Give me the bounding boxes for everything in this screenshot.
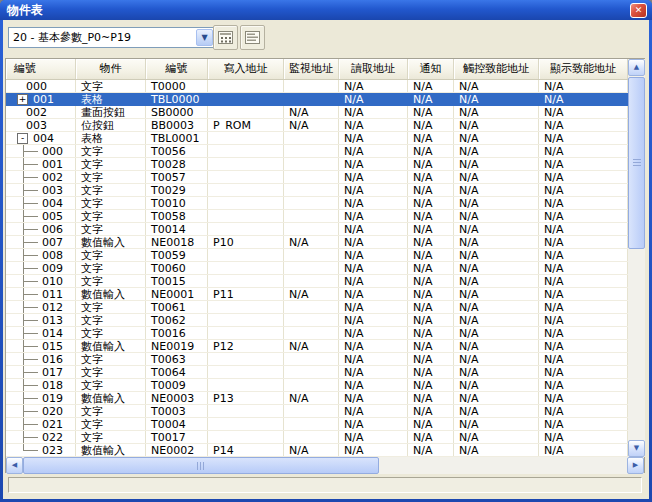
vertical-scroll-thumb[interactable] [628, 77, 645, 249]
cell-monitor [284, 249, 339, 261]
table-row[interactable]: 011數值輸入NE0001P11N/AN/AN/AN/AN/A [6, 288, 628, 301]
cell-read: N/A [339, 418, 408, 430]
cell-display: N/A [539, 145, 628, 157]
table-row[interactable]: 012文字T0061N/AN/AN/AN/A [6, 301, 628, 314]
chevron-down-icon[interactable]: ▼ [196, 29, 213, 46]
table-row[interactable]: 001文字T0028N/AN/AN/AN/A [6, 158, 628, 171]
cell-touch: N/A [454, 197, 539, 209]
cell-code: TBL0001 [146, 132, 208, 144]
table-row[interactable]: 016文字T0063N/AN/AN/AN/A [6, 353, 628, 366]
tree-line [23, 281, 38, 282]
table-row[interactable]: 010文字T0015N/AN/AN/AN/A [6, 275, 628, 288]
column-header[interactable]: 讀取地址 [339, 59, 408, 79]
title-bar[interactable]: 物件表 ✕ [0, 0, 652, 20]
table-row[interactable]: 022文字T0017N/AN/AN/AN/A [6, 431, 628, 444]
cell-object: 位按鈕 [76, 119, 146, 131]
scroll-down-icon[interactable]: ▼ [628, 440, 645, 457]
row-id-cell: +001 [6, 93, 76, 105]
table-row[interactable]: 002文字T0057N/AN/AN/AN/A [6, 171, 628, 184]
expand-icon[interactable]: + [17, 94, 28, 105]
table-row[interactable]: 018文字T0009N/AN/AN/AN/A [6, 379, 628, 392]
row-id: 001 [42, 159, 63, 170]
table-row[interactable]: 000文字T0056N/AN/AN/AN/A [6, 145, 628, 158]
row-id-cell: 014 [6, 327, 76, 339]
table-row[interactable]: 005文字T0058N/AN/AN/AN/A [6, 210, 628, 223]
cell-touch: N/A [454, 275, 539, 287]
table-row[interactable]: 002畫面按鈕SB0000N/AN/AN/AN/AN/A [6, 106, 628, 119]
column-header[interactable]: 通知 [408, 59, 454, 79]
scroll-up-icon[interactable]: ▲ [628, 59, 645, 76]
horizontal-scroll-thumb[interactable] [23, 457, 379, 474]
table-row[interactable]: 006文字T0014N/AN/AN/AN/A [6, 223, 628, 236]
table-row[interactable]: 019數值輸入NE0003P13N/AN/AN/AN/AN/A [6, 392, 628, 405]
close-icon[interactable]: ✕ [630, 3, 647, 18]
tree-line [23, 268, 38, 269]
column-header[interactable]: 編號 [6, 59, 76, 79]
cell-display: N/A [539, 171, 628, 183]
column-header[interactable]: 寫入地址 [208, 59, 284, 79]
collapse-icon[interactable]: - [17, 133, 28, 144]
table-row[interactable]: 000文字T0000N/AN/AN/AN/A [6, 80, 628, 93]
tree-line [23, 216, 38, 217]
cell-write: P11 [208, 288, 284, 300]
cell-code: NE0002 [146, 444, 208, 456]
cell-notify: N/A [408, 288, 454, 300]
cell-notify: N/A [408, 301, 454, 313]
cell-code: T0058 [146, 210, 208, 222]
cell-touch: N/A [454, 379, 539, 391]
tree-line [23, 242, 38, 243]
cell-object: 表格 [76, 93, 146, 105]
table-row[interactable]: 014文字T0016N/AN/AN/AN/A [6, 327, 628, 340]
table-row[interactable]: 003位按鈕BB0003P_ROMN/AN/AN/AN/AN/A [6, 119, 628, 132]
cell-monitor: N/A [284, 288, 339, 300]
table-row[interactable]: 007數值輸入NE0018P10N/AN/AN/AN/AN/A [6, 236, 628, 249]
cell-monitor [284, 379, 339, 391]
tree-line [23, 359, 38, 360]
cell-notify: N/A [408, 405, 454, 417]
column-header[interactable]: 監視地址 [284, 59, 339, 79]
scroll-left-icon[interactable]: ◀ [6, 457, 23, 474]
table-row[interactable]: 021文字T0004N/AN/AN/AN/A [6, 418, 628, 431]
row-id: 003 [42, 185, 63, 196]
row-id-cell: 006 [6, 223, 76, 235]
table-row[interactable]: +001表格TBL0000N/AN/AN/AN/A [6, 93, 628, 106]
row-id-cell: 020 [6, 405, 76, 417]
object-table-window: 物件表 ✕ 20 - 基本參數_P0~P19 ▼ 編號物件編號寫入 [0, 0, 652, 502]
table-row[interactable]: 003文字T0029N/AN/AN/AN/A [6, 184, 628, 197]
column-header[interactable]: 顯示致能地址 [539, 59, 628, 79]
cell-monitor [284, 184, 339, 196]
row-id-cell: 017 [6, 366, 76, 378]
table-row[interactable]: 009文字T0060N/AN/AN/AN/A [6, 262, 628, 275]
vertical-scrollbar[interactable]: ▲ ▼ [628, 59, 645, 457]
column-header[interactable]: 觸控致能地址 [454, 59, 539, 79]
column-header[interactable]: 物件 [76, 59, 146, 79]
cell-touch: N/A [454, 184, 539, 196]
scroll-right-icon[interactable]: ▶ [627, 457, 644, 474]
cell-notify: N/A [408, 223, 454, 235]
thumb-grip [197, 462, 205, 470]
table-row[interactable]: 004文字T0010N/AN/AN/AN/A [6, 197, 628, 210]
row-id: 012 [42, 302, 63, 313]
horizontal-scrollbar[interactable]: ◀ ▶ [6, 457, 644, 474]
cell-display: N/A [539, 158, 628, 170]
cell-monitor [284, 275, 339, 287]
cell-read: N/A [339, 301, 408, 313]
column-header[interactable]: 編號 [146, 59, 208, 79]
table-row[interactable]: -004表格TBL0001N/AN/AN/AN/A [6, 132, 628, 145]
cell-object: 數值輸入 [76, 444, 146, 456]
cell-write [208, 145, 284, 157]
table-row[interactable]: 008文字T0059N/AN/AN/AN/A [6, 249, 628, 262]
list-view-button[interactable] [240, 25, 265, 50]
cell-read: N/A [339, 340, 408, 352]
cell-write [208, 223, 284, 235]
table-row[interactable]: 015數值輸入NE0019P12N/AN/AN/AN/AN/A [6, 340, 628, 353]
table-row[interactable]: 020文字T0003N/AN/AN/AN/A [6, 405, 628, 418]
table-row[interactable]: 017文字T0064N/AN/AN/AN/A [6, 366, 628, 379]
row-id-cell: 018 [6, 379, 76, 391]
screen-select-dropdown[interactable]: 20 - 基本參數_P0~P19 ▼ [8, 27, 215, 48]
dialog-client-area: 20 - 基本參數_P0~P19 ▼ 編號物件編號寫入地址監視地址讀取地址通知觸… [3, 20, 649, 499]
grid-view-button[interactable] [213, 25, 238, 50]
table-row[interactable]: 013文字T0062N/AN/AN/AN/A [6, 314, 628, 327]
table-row[interactable]: 023數值輸入NE0002P14N/AN/AN/AN/AN/A [6, 444, 628, 457]
cell-object: 文字 [76, 145, 146, 157]
